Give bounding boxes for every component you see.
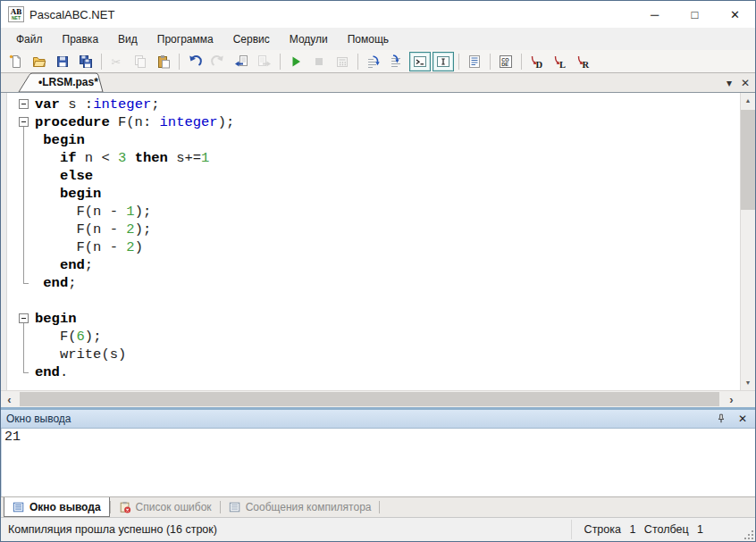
convert-d-icon (530, 54, 544, 69)
menu-item[interactable]: Правка (53, 29, 109, 49)
scroll-right-button[interactable]: › (723, 391, 740, 407)
menu-item[interactable]: Сервис (223, 29, 280, 49)
code-line[interactable] (7, 292, 740, 310)
code-text: begin (35, 131, 85, 149)
stop-button (308, 52, 330, 71)
tab-list-dropdown-icon[interactable]: ▾ (727, 78, 732, 88)
convert-r-button[interactable] (573, 52, 594, 71)
code-line[interactable]: begin (7, 131, 740, 149)
bottom-tab-label: Список ошибок (136, 501, 212, 513)
code-line[interactable]: begin (7, 185, 740, 203)
code-line[interactable]: if n < 3 then s+=1 (7, 149, 740, 167)
toolbar-separator (490, 54, 491, 70)
code-line[interactable]: else (7, 167, 740, 185)
menu-item[interactable]: Модули (280, 29, 338, 49)
convert-l-button[interactable] (550, 52, 571, 71)
code-region[interactable]: var s :integer;procedure F(n: integer); … (7, 93, 740, 390)
title-bar[interactable]: AB NET PascalABC.NET ─ □ ✕ (1, 1, 755, 28)
document-tab[interactable]: •LRSM.pas* (17, 72, 110, 92)
format-listing-icon (467, 54, 482, 69)
app-logo-net: NET (12, 16, 21, 21)
nav-back-button[interactable] (231, 52, 252, 71)
app-window: AB NET PascalABC.NET ─ □ ✕ ФайлПравкаВид… (0, 0, 756, 542)
fold-collapse-icon[interactable] (19, 313, 29, 323)
copy-button (130, 52, 151, 71)
step-over-button[interactable] (363, 52, 384, 71)
fold-margin (7, 113, 35, 131)
fold-collapse-icon[interactable] (19, 117, 29, 127)
scroll-left-button[interactable]: ‹ (1, 391, 18, 407)
toolbar-separator (458, 54, 459, 70)
output-panel: Окно вывода ✕ 21 (1, 410, 755, 496)
paste-button[interactable] (153, 52, 174, 71)
code-line[interactable]: var s :integer; (7, 96, 740, 113)
code-line[interactable]: F(n - 2); (7, 221, 740, 238)
bottom-tab-bar: Окно выводаСписок ошибокСообщения компил… (1, 496, 755, 517)
caret-toggle-button[interactable] (433, 52, 454, 71)
output-content[interactable]: 21 (1, 429, 755, 496)
open-file-icon (32, 54, 46, 69)
status-bar: Компиляция прошла успешно (16 строк) Стр… (1, 517, 755, 541)
open-file-button[interactable] (29, 52, 50, 71)
close-button[interactable]: ✕ (715, 1, 755, 28)
code-line[interactable]: F(n - 2) (7, 238, 740, 256)
fold-collapse-icon[interactable] (19, 99, 29, 109)
nav-forward-button (254, 52, 275, 71)
code-line[interactable]: write(s) (7, 346, 740, 363)
code-line[interactable]: end; (7, 274, 740, 292)
code-line[interactable]: procedure F(n: integer); (7, 113, 740, 131)
vertical-scrollbar[interactable]: ▲ ▼ (740, 93, 755, 390)
output-close-icon[interactable]: ✕ (735, 412, 750, 426)
maximize-button[interactable]: □ (675, 1, 715, 28)
pin-icon[interactable] (714, 412, 728, 426)
scroll-up-button[interactable]: ▲ (741, 93, 755, 108)
fold-margin (7, 274, 35, 292)
run-button[interactable] (285, 52, 307, 71)
menu-item[interactable]: Программа (147, 29, 223, 49)
code-line[interactable]: F(n - 1); (7, 203, 740, 221)
code-text: F(n - 2); (35, 221, 151, 238)
code-text: var s :integer; (35, 96, 160, 113)
code-editor[interactable]: var s :integer;procedure F(n: integer); … (1, 93, 740, 390)
redo-icon (211, 54, 225, 69)
output-panel-header[interactable]: Окно вывода ✕ (1, 410, 755, 429)
bottom-tab-label: Сообщения компилятора (246, 501, 372, 513)
scroll-down-button[interactable]: ▼ (741, 375, 755, 390)
code-line[interactable]: F(6); (7, 328, 740, 346)
menu-item[interactable]: Вид (108, 29, 147, 49)
code-text: end; (35, 256, 93, 274)
calculator-button (332, 52, 353, 71)
bottom-tab-1[interactable]: Окно вывода (4, 497, 110, 517)
vertical-scroll-track[interactable] (741, 108, 755, 375)
vertical-scroll-thumb[interactable] (741, 110, 755, 210)
code-line[interactable]: end; (7, 256, 740, 274)
format-listing-button[interactable] (464, 52, 485, 71)
new-file-button[interactable] (5, 52, 27, 71)
console-toggle-button[interactable] (409, 52, 431, 71)
menu-item[interactable]: Помощь (338, 29, 399, 49)
save-all-button[interactable] (75, 52, 97, 71)
code-text: if n < 3 then s+=1 (35, 149, 209, 167)
code-line[interactable]: end. (7, 363, 740, 381)
fold-margin (7, 346, 35, 363)
code-text: procedure F(n: integer); (35, 113, 234, 131)
tab-close-icon[interactable]: ✕ (741, 78, 750, 88)
save-icon (55, 54, 70, 69)
fold-margin (7, 310, 35, 328)
toolbar-separator (521, 54, 522, 70)
code-line[interactable]: begin (7, 310, 740, 328)
bottom-tab-3[interactable]: Сообщения компилятора (221, 497, 380, 517)
undo-button[interactable] (184, 52, 206, 71)
save-button[interactable] (52, 52, 73, 71)
resize-grip[interactable] (743, 529, 753, 539)
fold-margin (7, 363, 35, 381)
menu-item[interactable]: Файл (6, 29, 53, 49)
code-template-button[interactable] (495, 52, 517, 71)
minimize-button[interactable]: ─ (634, 1, 675, 28)
tab-messages-icon (229, 501, 241, 513)
horizontal-scroll-thumb[interactable] (20, 392, 719, 406)
step-into-button[interactable] (386, 52, 407, 71)
bottom-tab-2[interactable]: Список ошибок (111, 497, 220, 517)
convert-d-button[interactable] (526, 52, 548, 71)
horizontal-scroll-track[interactable] (18, 391, 723, 407)
